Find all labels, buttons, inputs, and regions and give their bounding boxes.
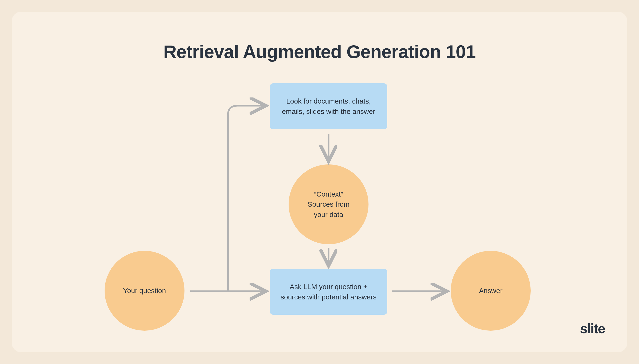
brand-logo: slite xyxy=(580,320,605,336)
node-answer: Answer xyxy=(451,251,531,331)
node-lookup-documents: Look for documents, chats, emails, slide… xyxy=(270,83,387,129)
diagram-title: Retrieval Augmented Generation 101 xyxy=(12,41,627,62)
node-ask-llm: Ask LLM your question + sources with pot… xyxy=(270,269,387,315)
node-label: Answer xyxy=(479,286,502,296)
node-label: Ask LLM your question + sources with pot… xyxy=(279,282,378,302)
node-label: Look for documents, chats, emails, slide… xyxy=(279,96,378,116)
diagram-panel: Retrieval Augmented Generation 101 Your … xyxy=(12,12,627,352)
node-your-question: Your question xyxy=(105,251,184,331)
node-label: Your question xyxy=(123,286,166,296)
node-context-sources: ”Context” Sources from your data xyxy=(288,164,369,244)
arrow-question-to-lookup xyxy=(228,106,264,291)
node-label: ”Context” Sources from your data xyxy=(308,189,350,220)
